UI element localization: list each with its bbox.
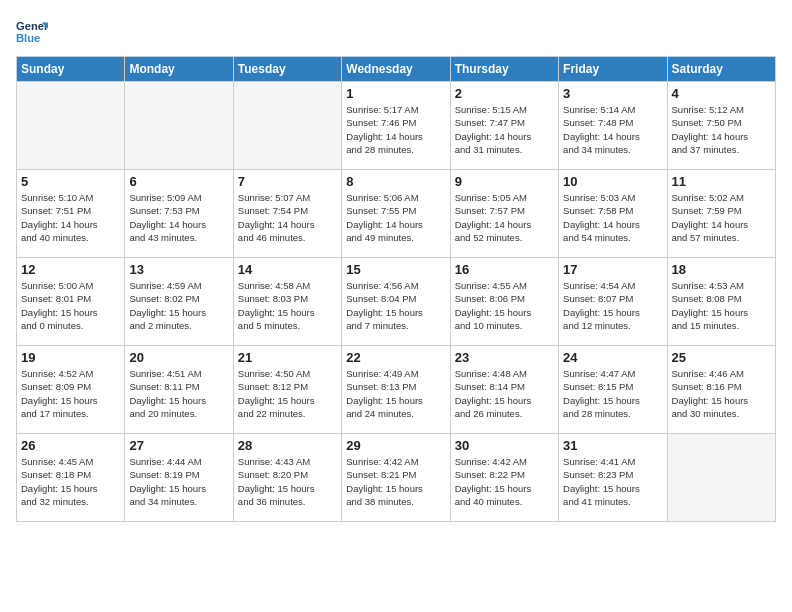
day-number: 6 — [129, 174, 228, 189]
day-info: Sunrise: 4:50 AM Sunset: 8:12 PM Dayligh… — [238, 367, 337, 420]
calendar-cell: 5Sunrise: 5:10 AM Sunset: 7:51 PM Daylig… — [17, 170, 125, 258]
calendar-cell: 18Sunrise: 4:53 AM Sunset: 8:08 PM Dayli… — [667, 258, 775, 346]
day-number: 11 — [672, 174, 771, 189]
calendar-cell — [125, 82, 233, 170]
day-number: 23 — [455, 350, 554, 365]
day-info: Sunrise: 5:05 AM Sunset: 7:57 PM Dayligh… — [455, 191, 554, 244]
calendar-cell: 29Sunrise: 4:42 AM Sunset: 8:21 PM Dayli… — [342, 434, 450, 522]
day-number: 3 — [563, 86, 662, 101]
calendar-cell: 4Sunrise: 5:12 AM Sunset: 7:50 PM Daylig… — [667, 82, 775, 170]
day-number: 20 — [129, 350, 228, 365]
calendar-cell: 25Sunrise: 4:46 AM Sunset: 8:16 PM Dayli… — [667, 346, 775, 434]
day-info: Sunrise: 4:47 AM Sunset: 8:15 PM Dayligh… — [563, 367, 662, 420]
logo: General Blue — [16, 16, 52, 48]
week-row-2: 5Sunrise: 5:10 AM Sunset: 7:51 PM Daylig… — [17, 170, 776, 258]
calendar-cell: 28Sunrise: 4:43 AM Sunset: 8:20 PM Dayli… — [233, 434, 341, 522]
day-info: Sunrise: 4:56 AM Sunset: 8:04 PM Dayligh… — [346, 279, 445, 332]
calendar-table: SundayMondayTuesdayWednesdayThursdayFrid… — [16, 56, 776, 522]
day-info: Sunrise: 5:03 AM Sunset: 7:58 PM Dayligh… — [563, 191, 662, 244]
day-info: Sunrise: 4:42 AM Sunset: 8:22 PM Dayligh… — [455, 455, 554, 508]
day-info: Sunrise: 4:58 AM Sunset: 8:03 PM Dayligh… — [238, 279, 337, 332]
day-number: 10 — [563, 174, 662, 189]
day-header-sunday: Sunday — [17, 57, 125, 82]
day-number: 17 — [563, 262, 662, 277]
day-info: Sunrise: 5:00 AM Sunset: 8:01 PM Dayligh… — [21, 279, 120, 332]
calendar-header-row: SundayMondayTuesdayWednesdayThursdayFrid… — [17, 57, 776, 82]
day-info: Sunrise: 4:59 AM Sunset: 8:02 PM Dayligh… — [129, 279, 228, 332]
day-number: 18 — [672, 262, 771, 277]
day-number: 1 — [346, 86, 445, 101]
day-number: 13 — [129, 262, 228, 277]
calendar-cell: 26Sunrise: 4:45 AM Sunset: 8:18 PM Dayli… — [17, 434, 125, 522]
day-number: 25 — [672, 350, 771, 365]
day-info: Sunrise: 4:44 AM Sunset: 8:19 PM Dayligh… — [129, 455, 228, 508]
calendar-cell — [667, 434, 775, 522]
day-info: Sunrise: 4:48 AM Sunset: 8:14 PM Dayligh… — [455, 367, 554, 420]
calendar-cell: 31Sunrise: 4:41 AM Sunset: 8:23 PM Dayli… — [559, 434, 667, 522]
calendar-cell: 9Sunrise: 5:05 AM Sunset: 7:57 PM Daylig… — [450, 170, 558, 258]
day-header-wednesday: Wednesday — [342, 57, 450, 82]
svg-text:General: General — [16, 20, 48, 32]
day-info: Sunrise: 4:46 AM Sunset: 8:16 PM Dayligh… — [672, 367, 771, 420]
day-number: 2 — [455, 86, 554, 101]
day-number: 22 — [346, 350, 445, 365]
day-header-friday: Friday — [559, 57, 667, 82]
day-number: 14 — [238, 262, 337, 277]
day-number: 7 — [238, 174, 337, 189]
calendar-cell — [17, 82, 125, 170]
calendar-cell: 2Sunrise: 5:15 AM Sunset: 7:47 PM Daylig… — [450, 82, 558, 170]
day-number: 5 — [21, 174, 120, 189]
day-header-thursday: Thursday — [450, 57, 558, 82]
calendar-body: 1Sunrise: 5:17 AM Sunset: 7:46 PM Daylig… — [17, 82, 776, 522]
calendar-cell: 3Sunrise: 5:14 AM Sunset: 7:48 PM Daylig… — [559, 82, 667, 170]
calendar-cell: 16Sunrise: 4:55 AM Sunset: 8:06 PM Dayli… — [450, 258, 558, 346]
day-number: 30 — [455, 438, 554, 453]
day-info: Sunrise: 4:41 AM Sunset: 8:23 PM Dayligh… — [563, 455, 662, 508]
logo-icon: General Blue — [16, 16, 48, 48]
day-info: Sunrise: 4:52 AM Sunset: 8:09 PM Dayligh… — [21, 367, 120, 420]
calendar-cell: 21Sunrise: 4:50 AM Sunset: 8:12 PM Dayli… — [233, 346, 341, 434]
calendar-cell: 15Sunrise: 4:56 AM Sunset: 8:04 PM Dayli… — [342, 258, 450, 346]
day-info: Sunrise: 4:43 AM Sunset: 8:20 PM Dayligh… — [238, 455, 337, 508]
day-info: Sunrise: 5:14 AM Sunset: 7:48 PM Dayligh… — [563, 103, 662, 156]
day-number: 21 — [238, 350, 337, 365]
calendar-cell: 19Sunrise: 4:52 AM Sunset: 8:09 PM Dayli… — [17, 346, 125, 434]
day-info: Sunrise: 4:55 AM Sunset: 8:06 PM Dayligh… — [455, 279, 554, 332]
day-number: 16 — [455, 262, 554, 277]
calendar-cell: 12Sunrise: 5:00 AM Sunset: 8:01 PM Dayli… — [17, 258, 125, 346]
day-header-monday: Monday — [125, 57, 233, 82]
day-number: 15 — [346, 262, 445, 277]
calendar-cell — [233, 82, 341, 170]
calendar-cell: 22Sunrise: 4:49 AM Sunset: 8:13 PM Dayli… — [342, 346, 450, 434]
day-number: 19 — [21, 350, 120, 365]
calendar-cell: 30Sunrise: 4:42 AM Sunset: 8:22 PM Dayli… — [450, 434, 558, 522]
week-row-3: 12Sunrise: 5:00 AM Sunset: 8:01 PM Dayli… — [17, 258, 776, 346]
day-info: Sunrise: 4:54 AM Sunset: 8:07 PM Dayligh… — [563, 279, 662, 332]
calendar-cell: 6Sunrise: 5:09 AM Sunset: 7:53 PM Daylig… — [125, 170, 233, 258]
calendar-cell: 20Sunrise: 4:51 AM Sunset: 8:11 PM Dayli… — [125, 346, 233, 434]
calendar-cell: 23Sunrise: 4:48 AM Sunset: 8:14 PM Dayli… — [450, 346, 558, 434]
day-number: 28 — [238, 438, 337, 453]
calendar-cell: 8Sunrise: 5:06 AM Sunset: 7:55 PM Daylig… — [342, 170, 450, 258]
day-number: 24 — [563, 350, 662, 365]
calendar-cell: 17Sunrise: 4:54 AM Sunset: 8:07 PM Dayli… — [559, 258, 667, 346]
day-info: Sunrise: 5:09 AM Sunset: 7:53 PM Dayligh… — [129, 191, 228, 244]
day-number: 8 — [346, 174, 445, 189]
day-info: Sunrise: 4:45 AM Sunset: 8:18 PM Dayligh… — [21, 455, 120, 508]
day-header-tuesday: Tuesday — [233, 57, 341, 82]
day-number: 12 — [21, 262, 120, 277]
day-number: 27 — [129, 438, 228, 453]
week-row-5: 26Sunrise: 4:45 AM Sunset: 8:18 PM Dayli… — [17, 434, 776, 522]
day-info: Sunrise: 5:10 AM Sunset: 7:51 PM Dayligh… — [21, 191, 120, 244]
day-info: Sunrise: 5:15 AM Sunset: 7:47 PM Dayligh… — [455, 103, 554, 156]
day-info: Sunrise: 5:02 AM Sunset: 7:59 PM Dayligh… — [672, 191, 771, 244]
calendar-cell: 10Sunrise: 5:03 AM Sunset: 7:58 PM Dayli… — [559, 170, 667, 258]
day-info: Sunrise: 4:53 AM Sunset: 8:08 PM Dayligh… — [672, 279, 771, 332]
calendar-cell: 1Sunrise: 5:17 AM Sunset: 7:46 PM Daylig… — [342, 82, 450, 170]
day-info: Sunrise: 4:51 AM Sunset: 8:11 PM Dayligh… — [129, 367, 228, 420]
day-number: 26 — [21, 438, 120, 453]
day-info: Sunrise: 5:17 AM Sunset: 7:46 PM Dayligh… — [346, 103, 445, 156]
day-number: 29 — [346, 438, 445, 453]
week-row-1: 1Sunrise: 5:17 AM Sunset: 7:46 PM Daylig… — [17, 82, 776, 170]
day-number: 4 — [672, 86, 771, 101]
